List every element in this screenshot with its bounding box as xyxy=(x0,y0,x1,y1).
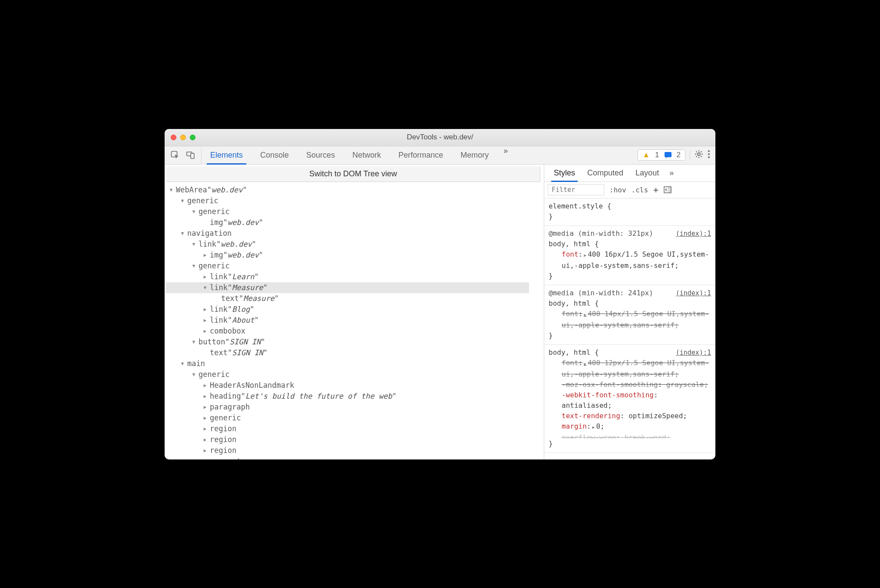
expand-shorthand-icon[interactable]: ▶ xyxy=(582,312,588,317)
tree-node[interactable]: ▼WebArea "web.dev" xyxy=(165,185,542,195)
expand-right-icon[interactable]: ▶ xyxy=(202,413,208,423)
expand-down-icon[interactable]: ▼ xyxy=(179,228,185,239)
tree-node[interactable]: ▶link "Learn" xyxy=(165,271,542,282)
tree-node[interactable]: ▼generic xyxy=(165,261,542,271)
tree-node[interactable]: ▼link "Measure" xyxy=(165,282,529,293)
styles-filter-input[interactable] xyxy=(548,184,604,195)
style-rule[interactable]: element.style {} xyxy=(544,198,715,226)
tree-node[interactable]: ▶heading "Let's build the future of the … xyxy=(165,391,542,402)
expand-down-icon[interactable]: ▼ xyxy=(202,282,208,293)
tree-node-name: web.dev xyxy=(212,185,243,195)
expand-down-icon[interactable]: ▼ xyxy=(191,337,197,347)
accessibility-tree[interactable]: ▼WebArea "web.dev"▼generic▼generic▶img "… xyxy=(165,182,544,459)
tree-node[interactable]: ▶paragraph xyxy=(165,402,542,413)
tree-node[interactable]: ▶region xyxy=(165,423,542,434)
inspect-element-icon[interactable] xyxy=(171,151,179,159)
tree-node[interactable]: ▼generic xyxy=(165,369,542,380)
expand-right-icon[interactable]: ▶ xyxy=(202,402,208,413)
tree-node[interactable]: ▼main xyxy=(165,358,542,369)
declaration[interactable]: text-rendering: optimizeSpeed; xyxy=(549,411,711,421)
declaration[interactable]: overflow-wrap: break-word; xyxy=(549,433,711,439)
sidebar-tab-styles[interactable]: Styles xyxy=(548,165,581,182)
expand-down-icon[interactable]: ▼ xyxy=(168,185,174,195)
tree-node[interactable]: ▼generic xyxy=(165,206,542,217)
sidebar-tabs-overflow-icon[interactable]: » xyxy=(669,168,674,178)
tree-node-role: generic xyxy=(198,369,230,380)
toggle-classes-button[interactable]: .cls xyxy=(632,186,648,194)
sidebar-tab-computed[interactable]: Computed xyxy=(581,165,629,182)
expand-right-icon[interactable]: ▶ xyxy=(202,250,208,261)
tree-node[interactable]: ▶combobox xyxy=(165,326,542,337)
expand-right-icon[interactable]: ▶ xyxy=(202,391,208,402)
expand-right-icon[interactable]: ▶ xyxy=(202,304,208,315)
tree-node[interactable]: ▶HeaderAsNonLandmark xyxy=(165,380,542,391)
expand-down-icon[interactable]: ▼ xyxy=(191,206,197,217)
expand-right-icon[interactable]: ▶ xyxy=(202,445,208,456)
tree-node[interactable]: ▼button "SIGN IN" xyxy=(165,337,542,347)
expand-shorthand-icon[interactable]: ▶ xyxy=(582,361,588,366)
tree-node[interactable]: ▶region xyxy=(165,445,542,456)
declaration[interactable]: font:▶400 14px/1.5 Segoe UI,system-ui,-a… xyxy=(549,309,711,330)
rule-origin-link[interactable]: (index):1 xyxy=(676,228,711,239)
tab-console[interactable]: Console xyxy=(251,146,298,164)
tab-elements[interactable]: Elements xyxy=(202,146,251,164)
rule-origin-link[interactable]: (index):1 xyxy=(676,288,711,298)
expand-down-icon[interactable]: ▼ xyxy=(191,261,197,271)
style-rule[interactable]: @media (min-width: 241px)body, html {(in… xyxy=(544,285,715,345)
declaration[interactable]: -moz-osx-font-smoothing: grayscale; xyxy=(549,380,711,390)
expand-down-icon[interactable]: ▼ xyxy=(179,358,185,369)
styles-rules[interactable]: element.style {}@media (min-width: 321px… xyxy=(544,198,715,459)
tree-node[interactable]: ▶region xyxy=(165,434,542,445)
device-toggle-icon[interactable] xyxy=(186,151,195,159)
tab-sources[interactable]: Sources xyxy=(298,146,344,164)
expand-right-icon[interactable]: ▶ xyxy=(202,434,208,445)
tree-node[interactable]: ▼link "web.dev" xyxy=(165,239,542,250)
new-style-rule-button[interactable]: + xyxy=(653,185,658,195)
tree-node[interactable]: ▶text "Measure" xyxy=(165,293,542,304)
toggle-computed-panel-icon[interactable] xyxy=(664,186,672,193)
tabs-overflow-icon[interactable]: » xyxy=(497,146,514,164)
rule-origin-link[interactable]: (index):1 xyxy=(676,347,711,358)
tree-node[interactable]: ▶separator xyxy=(165,456,542,459)
style-rule[interactable]: body, html {(index):1font:▶400 12px/1.5 … xyxy=(544,345,715,453)
expand-shorthand-icon[interactable]: ▶ xyxy=(582,253,588,258)
toggle-hover-button[interactable]: :hov xyxy=(609,186,626,194)
tree-node[interactable]: ▼navigation xyxy=(165,228,542,239)
declaration[interactable]: -webkit-font-smoothing: antialiased; xyxy=(549,390,711,411)
property-value: grayscale; xyxy=(666,380,708,389)
tab-network[interactable]: Network xyxy=(344,146,390,164)
expand-shorthand-icon[interactable]: ▶ xyxy=(591,425,596,429)
tree-node[interactable]: ▶img "web.dev" xyxy=(165,217,542,228)
settings-gear-icon[interactable] xyxy=(695,150,703,161)
more-menu-icon[interactable] xyxy=(708,150,710,161)
declaration[interactable]: font:▶400 16px/1.5 Segoe UI,system-ui,-a… xyxy=(549,249,711,271)
expand-right-icon[interactable]: ▶ xyxy=(202,271,208,282)
switch-to-dom-tree-button[interactable]: Switch to DOM Tree view xyxy=(166,166,540,182)
tree-node-role: link xyxy=(210,304,228,315)
style-rule[interactable]: @media (min-width: 321px)body, html {(in… xyxy=(544,226,715,285)
tree-node[interactable]: ▶text "SIGN IN" xyxy=(165,347,542,358)
expand-right-icon[interactable]: ▶ xyxy=(202,380,208,391)
tree-node[interactable]: ▶link "About" xyxy=(165,315,542,326)
expand-down-icon[interactable]: ▼ xyxy=(179,195,185,206)
selector-line: body, html { xyxy=(549,239,711,249)
warning-count: 1 xyxy=(655,151,659,159)
tree-node[interactable]: ▶img "web.dev" xyxy=(165,250,542,261)
tree-node[interactable]: ▼generic xyxy=(165,195,542,206)
tree-node-name: Measure xyxy=(243,293,275,304)
tab-performance[interactable]: Performance xyxy=(390,146,452,164)
tree-node-role: generic xyxy=(198,206,230,217)
expand-right-icon[interactable]: ▶ xyxy=(202,315,208,326)
expand-down-icon[interactable]: ▼ xyxy=(191,369,197,380)
issues-counter[interactable]: ▲ 1 2 xyxy=(638,149,685,161)
expand-right-icon[interactable]: ▶ xyxy=(202,326,208,337)
declaration[interactable]: margin:▶0; xyxy=(549,421,711,433)
expand-down-icon[interactable]: ▼ xyxy=(191,239,197,250)
tree-node-role: heading xyxy=(210,391,241,402)
sidebar-tab-layout[interactable]: Layout xyxy=(629,165,665,182)
expand-right-icon[interactable]: ▶ xyxy=(202,423,208,434)
tab-memory[interactable]: Memory xyxy=(452,146,497,164)
declaration[interactable]: font:▶400 12px/1.5 Segoe UI,system-ui,-a… xyxy=(549,358,711,380)
tree-node[interactable]: ▶link "Blog" xyxy=(165,304,542,315)
tree-node[interactable]: ▶generic xyxy=(165,413,542,423)
